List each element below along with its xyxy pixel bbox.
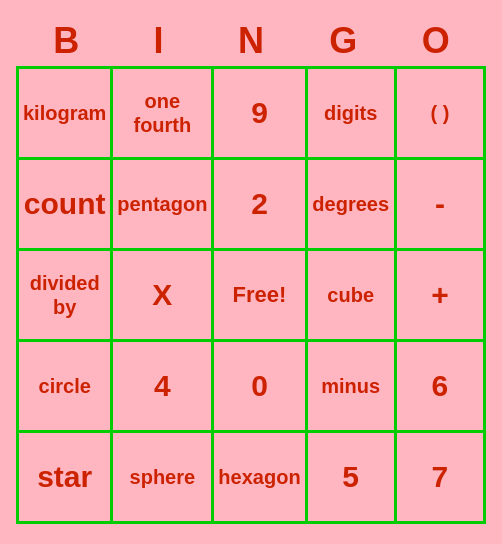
cell-1-3: degrees xyxy=(308,160,394,248)
bingo-header: B I N G O xyxy=(16,20,486,62)
header-letter-n: N xyxy=(207,20,295,62)
header-letter-b: B xyxy=(22,20,110,62)
cell-4-0: star xyxy=(19,433,110,521)
cell-1-0: count xyxy=(19,160,110,248)
cell-2-1: X xyxy=(113,251,211,339)
bingo-grid: kilogram one fourth 9 digits ( ) count p… xyxy=(16,66,486,524)
cell-0-4: ( ) xyxy=(397,69,483,157)
bingo-card: B I N G O kilogram one fourth 9 digits (… xyxy=(16,20,486,524)
cell-4-1: sphere xyxy=(113,433,211,521)
cell-1-4: - xyxy=(397,160,483,248)
cell-3-2: 0 xyxy=(214,342,304,430)
cell-1-2: 2 xyxy=(214,160,304,248)
header-letter-o: O xyxy=(392,20,480,62)
cell-3-1: 4 xyxy=(113,342,211,430)
cell-4-4: 7 xyxy=(397,433,483,521)
cell-3-3: minus xyxy=(308,342,394,430)
cell-1-1: pentagon xyxy=(113,160,211,248)
cell-0-0: kilogram xyxy=(19,69,110,157)
cell-0-2: 9 xyxy=(214,69,304,157)
header-letter-i: I xyxy=(115,20,203,62)
cell-2-0: divided by xyxy=(19,251,110,339)
cell-2-3: cube xyxy=(308,251,394,339)
cell-0-3: digits xyxy=(308,69,394,157)
cell-3-0: circle xyxy=(19,342,110,430)
header-letter-g: G xyxy=(299,20,387,62)
cell-4-2: hexagon xyxy=(214,433,304,521)
cell-4-3: 5 xyxy=(308,433,394,521)
cell-2-4: + xyxy=(397,251,483,339)
cell-3-4: 6 xyxy=(397,342,483,430)
cell-0-1: one fourth xyxy=(113,69,211,157)
cell-2-2-free: Free! xyxy=(214,251,304,339)
